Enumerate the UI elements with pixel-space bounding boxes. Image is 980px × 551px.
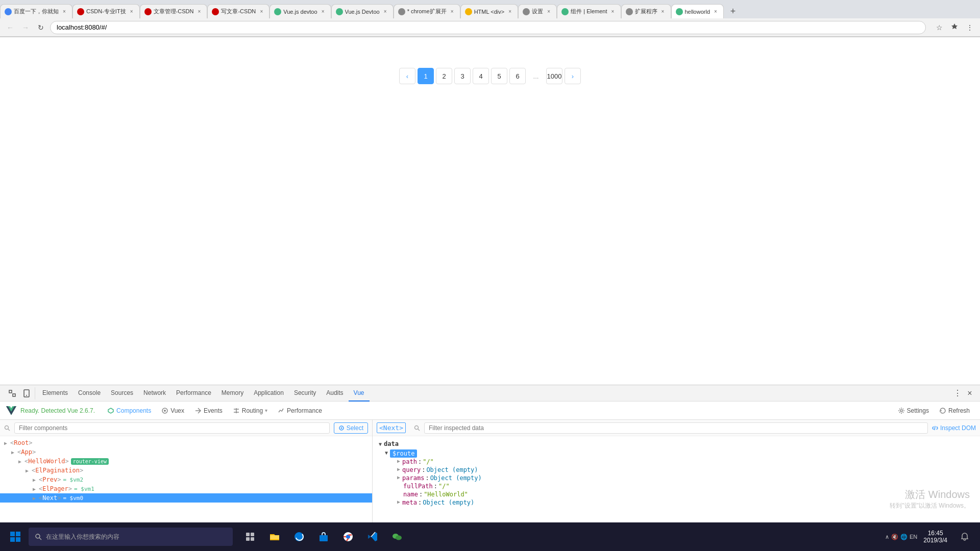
svg-point-17 <box>36 534 40 538</box>
wechat-taskbar-button[interactable] <box>386 525 408 548</box>
tab-network[interactable]: Network <box>138 385 171 402</box>
inspect-dom-button[interactable]: Inspect DOM <box>932 424 976 432</box>
pagination-page-3[interactable]: 3 <box>454 68 471 84</box>
components-icon <box>107 407 114 414</box>
browser-tab-1[interactable]: 百度一下，你就知 × <box>0 4 72 18</box>
settings-button[interactable]: Settings <box>894 405 933 416</box>
pagination-page-1[interactable]: 1 <box>418 68 434 84</box>
tab-favicon-5 <box>274 8 281 15</box>
vue-devtools: Ready. Detected Vue 2.6.7. Components Vu… <box>0 402 980 522</box>
browser-tab-4[interactable]: 写文章-CSDN × <box>207 4 270 18</box>
browser-tab-9[interactable]: 设置 × <box>518 4 557 18</box>
tab-close-4[interactable]: × <box>258 8 265 15</box>
tab-performance[interactable]: Performance <box>171 385 216 402</box>
browser-tab-12[interactable]: helloworld × <box>671 4 724 18</box>
tab-close-6[interactable]: × <box>382 8 389 15</box>
tab-console[interactable]: Console <box>73 385 106 402</box>
edge-button[interactable] <box>288 525 310 548</box>
address-input[interactable] <box>50 21 926 34</box>
chrome-taskbar-button[interactable] <box>337 525 359 548</box>
tree-item-helloworld[interactable]: ▶ < HelloWorld > router-view <box>0 457 372 466</box>
tab-close-10[interactable]: × <box>609 8 617 15</box>
filter-data-input[interactable] <box>424 422 928 434</box>
pagination-prev[interactable]: ‹ <box>399 68 415 84</box>
start-button[interactable] <box>4 525 27 548</box>
tree-item-elpager[interactable]: ▶ < ElPager > = $vm1 <box>0 484 372 493</box>
bookmark-button[interactable]: ☆ <box>933 21 945 34</box>
tab-favicon-6 <box>336 8 343 15</box>
tab-close-8[interactable]: × <box>506 8 513 15</box>
refresh-button[interactable]: Refresh <box>935 405 974 416</box>
routing-icon <box>233 407 240 414</box>
events-button[interactable]: Events <box>190 405 227 416</box>
store-button[interactable] <box>312 525 335 548</box>
tab-sources[interactable]: Sources <box>106 385 138 402</box>
browser-tab-5[interactable]: Vue.js devtoo × <box>270 4 331 18</box>
tree-item-next[interactable]: ▶ < Next > = $vm0 <box>0 493 372 503</box>
browser-tab-6[interactable]: Vue.js Devtoo × <box>331 4 394 18</box>
tab-close-3[interactable]: × <box>195 8 203 15</box>
pagination-page-6[interactable]: 6 <box>509 68 526 84</box>
vscode-taskbar-button[interactable] <box>361 525 384 548</box>
browser-tab-8[interactable]: HTML <div> × <box>460 4 519 18</box>
browser-tab-2[interactable]: CSDN-专业IT技 × <box>72 4 140 18</box>
extension-icon[interactable] <box>948 21 961 34</box>
tree-item-elpagination[interactable]: ▶ < ElPagination > <box>0 466 372 475</box>
devtools-close-button[interactable]: × <box>964 387 976 399</box>
tree-item-app[interactable]: ▶ < App > <box>0 447 372 457</box>
performance-devtools-button[interactable]: Performance <box>274 405 326 416</box>
vue-logo-icon <box>6 406 16 416</box>
tab-close-5[interactable]: × <box>320 8 327 15</box>
new-tab-button[interactable]: + <box>726 4 740 18</box>
tab-close-12[interactable]: × <box>712 8 719 15</box>
svg-rect-20 <box>251 533 254 536</box>
pagination-next[interactable]: › <box>565 68 581 84</box>
tree-item-root[interactable]: ▶ < Root > <box>0 438 372 447</box>
select-button[interactable]: Select <box>334 422 368 434</box>
forward-button[interactable]: → <box>19 21 32 34</box>
tab-close-7[interactable]: × <box>449 8 456 15</box>
components-button[interactable]: Components <box>103 405 155 416</box>
vuex-button[interactable]: Vuex <box>157 405 188 416</box>
taskbar-sys-tray[interactable]: ∧ 🔇 🌐 EN <box>885 534 917 540</box>
svg-point-11 <box>414 425 418 429</box>
devtools-device-icon[interactable] <box>20 387 33 399</box>
taskbar-clock[interactable]: 16:45 2019/3/4 <box>923 530 947 544</box>
notifications-button[interactable] <box>953 525 976 548</box>
tab-audits[interactable]: Audits <box>321 385 348 402</box>
tab-close-9[interactable]: × <box>545 8 552 15</box>
task-view-button[interactable] <box>239 525 261 548</box>
reload-button[interactable]: ↻ <box>35 21 47 34</box>
routing-button[interactable]: Routing ▾ <box>229 405 272 416</box>
tree-item-prev[interactable]: ▶ < Prev > = $vm2 <box>0 475 372 484</box>
devtools-tab-bar: Elements Console Sources Network Perform… <box>0 385 980 402</box>
menu-button[interactable]: ⋮ <box>964 21 976 34</box>
tab-memory[interactable]: Memory <box>216 385 249 402</box>
tab-close-2[interactable]: × <box>128 8 135 15</box>
browser-tab-10[interactable]: 组件 | Element × <box>557 4 621 18</box>
pagination-page-4[interactable]: 4 <box>473 68 489 84</box>
filter-components-input[interactable] <box>14 422 330 434</box>
tab-close-1[interactable]: × <box>61 8 68 15</box>
data-panel-header: <Next> Inspect DOM <box>373 420 980 436</box>
devtools-inspect-icon[interactable] <box>6 387 18 399</box>
tab-vue[interactable]: Vue <box>349 385 370 402</box>
pagination-page-2[interactable]: 2 <box>436 68 452 84</box>
file-explorer-button[interactable] <box>263 525 286 548</box>
tab-close-11[interactable]: × <box>659 8 667 15</box>
folder-icon <box>269 531 280 542</box>
pagination-page-5[interactable]: 5 <box>491 68 507 84</box>
tab-security[interactable]: Security <box>289 385 321 402</box>
browser-tab-11[interactable]: 扩展程序 × <box>621 4 671 18</box>
tab-favicon-8 <box>465 8 472 15</box>
tab-elements[interactable]: Elements <box>37 385 73 402</box>
devtools-more-button[interactable]: ⋮ <box>951 387 964 399</box>
svg-point-10 <box>340 427 342 429</box>
pagination-page-1000[interactable]: 1000 <box>546 68 562 84</box>
browser-tab-3[interactable]: 文章管理-CSDN × <box>140 4 208 18</box>
browser-tab-7[interactable]: * chrome扩展开 × <box>394 4 460 18</box>
back-button[interactable]: ← <box>4 21 16 34</box>
taskbar-search[interactable]: 在这里输入你想搜索的内容 <box>29 528 233 546</box>
tab-application[interactable]: Application <box>249 385 289 402</box>
inspected-component-name: <Next> <box>377 422 406 433</box>
